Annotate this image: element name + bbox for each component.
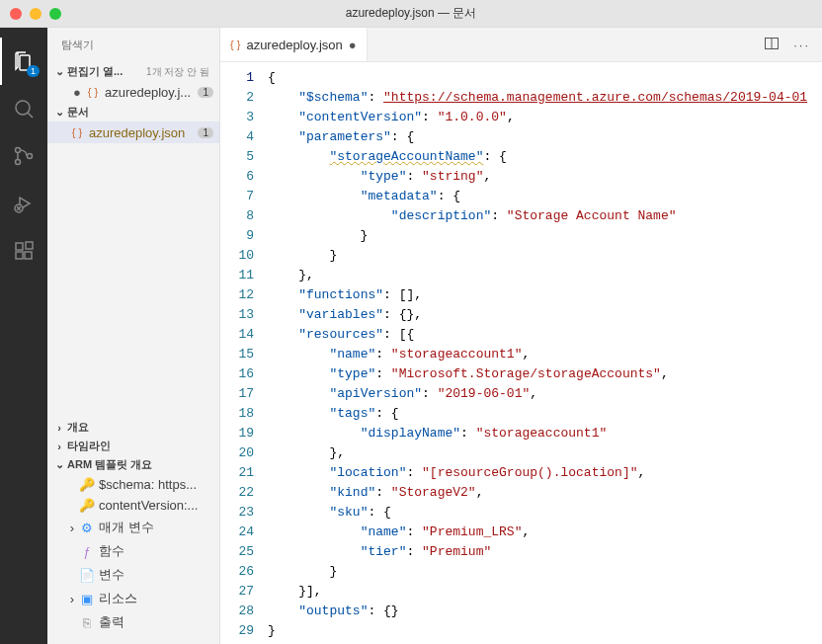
- open-editors-label: 편집기 열...: [67, 64, 123, 79]
- line-number: 12: [220, 285, 254, 305]
- line-number: 18: [220, 404, 254, 424]
- code-line: }: [268, 562, 822, 582]
- code-line: "contentVersion": "1.0.0.0",: [268, 108, 822, 127]
- line-number: 2: [220, 88, 254, 108]
- timeline-header[interactable]: › 타임라인: [47, 437, 219, 455]
- window-title: azuredeploy.json — 문서: [346, 5, 477, 22]
- line-number: 9: [220, 226, 254, 246]
- workspace-label: 문서: [67, 105, 89, 120]
- chevron-right-icon: ›: [65, 592, 79, 606]
- chevron-down-icon: ⌄: [51, 106, 67, 119]
- explorer-badge: 1: [27, 65, 40, 77]
- arm-outline-item[interactable]: ⎘출력: [47, 610, 219, 634]
- code-line: "apiVersion": "2019-06-01",: [268, 384, 822, 404]
- chevron-down-icon: ⌄: [51, 458, 67, 471]
- source-control-icon[interactable]: [0, 132, 47, 180]
- search-icon[interactable]: [0, 85, 47, 132]
- arm-outline-item[interactable]: 📄변수: [47, 563, 219, 587]
- line-number: 15: [220, 345, 254, 364]
- svg-rect-5: [16, 243, 23, 250]
- code-content[interactable]: { "$schema": "https://schema.management.…: [268, 62, 822, 644]
- open-editors-header[interactable]: ⌄ 편집기 열... 1개 저장 안 됨: [47, 62, 219, 81]
- line-number: 13: [220, 305, 254, 325]
- arm-outline-item[interactable]: ›▣리소스: [47, 587, 219, 610]
- svg-point-2: [16, 160, 21, 165]
- dirty-dot-icon: ●: [69, 85, 85, 100]
- line-number: 10: [220, 246, 254, 266]
- line-number: 25: [220, 542, 254, 562]
- workspace-file-item[interactable]: { } azuredeploy.json 1: [47, 121, 219, 143]
- line-number: 24: [220, 523, 254, 542]
- timeline-label: 타임라인: [67, 439, 111, 453]
- code-editor[interactable]: 1234567891011121314151617181920212223242…: [220, 62, 822, 644]
- cube-icon: ▣: [79, 592, 95, 606]
- arm-outline-item[interactable]: 🔑$schema: https...: [47, 474, 219, 495]
- arm-template-header[interactable]: ⌄ ARM 템플릿 개요: [47, 455, 219, 474]
- line-number: 3: [220, 108, 254, 127]
- code-line: "type": "Microsoft.Storage/storageAccoun…: [268, 364, 822, 384]
- code-line: "name": "Premium_LRS",: [268, 523, 822, 542]
- split-editor-icon[interactable]: [764, 36, 780, 54]
- json-file-icon: { }: [85, 84, 101, 100]
- outline-header[interactable]: › 개요: [47, 418, 219, 437]
- more-actions-icon[interactable]: ···: [793, 38, 810, 52]
- code-line: "description": "Storage Account Name": [268, 206, 822, 226]
- line-number: 14: [220, 325, 254, 345]
- open-editor-filename: azuredeploy.j...: [105, 85, 198, 100]
- line-number: 5: [220, 147, 254, 167]
- sidebar-title: 탐색기: [47, 28, 219, 62]
- arm-outline-item[interactable]: 🔑contentVersion:...: [47, 495, 219, 516]
- extensions-icon[interactable]: [0, 227, 47, 275]
- key-icon: 🔑: [79, 498, 95, 513]
- svg-rect-7: [25, 252, 32, 259]
- code-line: }: [268, 621, 822, 641]
- arm-item-label: $schema: https...: [99, 477, 197, 492]
- doc-icon: 📄: [79, 568, 95, 583]
- line-number: 1: [220, 68, 254, 88]
- line-number: 7: [220, 187, 254, 206]
- arm-item-label: 출력: [99, 613, 124, 631]
- code-line: "kind": "StorageV2",: [268, 483, 822, 503]
- svg-point-0: [16, 101, 30, 115]
- code-line: "location": "[resourceGroup().location]"…: [268, 463, 822, 483]
- minimize-window-button[interactable]: [30, 8, 41, 20]
- workspace-filename: azuredeploy.json: [89, 125, 198, 140]
- svg-point-1: [16, 148, 21, 153]
- json-file-icon: { }: [230, 39, 240, 50]
- code-line: "metadata": {: [268, 187, 822, 206]
- activity-bar: 1: [0, 28, 47, 644]
- line-number: 27: [220, 582, 254, 602]
- problem-count: 1: [198, 127, 213, 138]
- line-number: 6: [220, 167, 254, 187]
- editor-tab[interactable]: { } azuredeploy.json ●: [220, 28, 368, 61]
- arm-outline-item[interactable]: ƒ함수: [47, 539, 219, 563]
- code-line: }: [268, 226, 822, 246]
- arm-outline-item[interactable]: ›⚙매개 변수: [47, 516, 219, 539]
- code-line: {: [268, 68, 822, 88]
- svg-point-3: [28, 154, 33, 159]
- arm-item-label: 리소스: [99, 590, 137, 607]
- svg-rect-8: [26, 242, 33, 249]
- line-number: 8: [220, 206, 254, 226]
- editor-area: { } azuredeploy.json ● ··· 1234567891011…: [220, 28, 822, 644]
- chevron-down-icon: ⌄: [51, 65, 67, 78]
- explorer-icon[interactable]: 1: [0, 38, 47, 85]
- outline-label: 개요: [67, 420, 89, 435]
- titlebar: azuredeploy.json — 문서: [0, 0, 822, 28]
- line-number: 23: [220, 503, 254, 523]
- json-file-icon: { }: [69, 124, 85, 140]
- line-number-gutter: 1234567891011121314151617181920212223242…: [220, 62, 268, 644]
- code-line: }: [268, 246, 822, 266]
- open-editor-item[interactable]: ● { } azuredeploy.j... 1: [47, 81, 219, 103]
- maximize-window-button[interactable]: [49, 8, 61, 20]
- line-number: 4: [220, 127, 254, 147]
- close-window-button[interactable]: [10, 8, 22, 20]
- line-number: 19: [220, 424, 254, 443]
- line-number: 11: [220, 266, 254, 285]
- workspace-header[interactable]: ⌄ 문서: [47, 103, 219, 121]
- arm-item-label: contentVersion:...: [99, 498, 198, 513]
- debug-icon[interactable]: [0, 180, 47, 227]
- code-line: }],: [268, 582, 822, 602]
- chevron-right-icon: ›: [51, 422, 67, 434]
- unsaved-status: 1개 저장 안 됨: [146, 65, 215, 79]
